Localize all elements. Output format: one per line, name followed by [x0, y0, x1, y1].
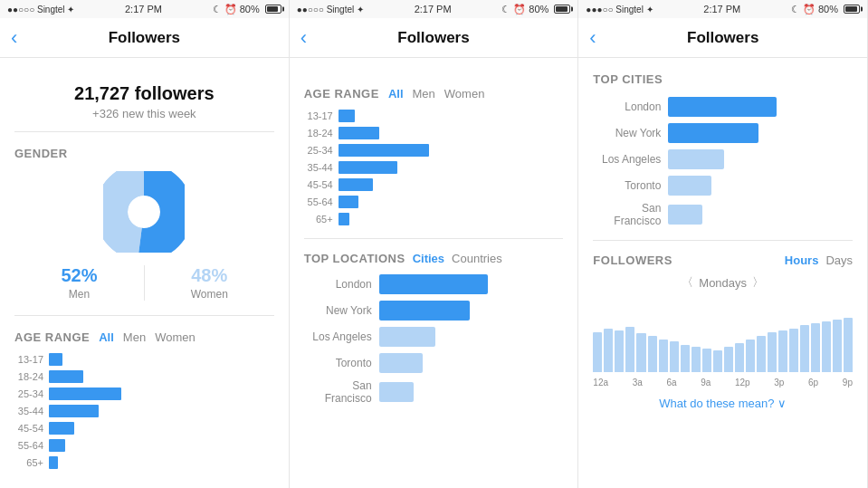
bar-fill — [339, 161, 397, 174]
city-bar-fill — [668, 97, 777, 117]
location-filter-row: TOP LOCATIONS Cities Countries — [304, 252, 564, 265]
status-bar-2: ●●○○○ Singtel ✦ 2:17 PM ☾ ⏰ 80% — [290, 0, 578, 18]
chart-bar — [648, 336, 657, 372]
cities-filter[interactable]: Cities — [413, 252, 444, 265]
battery-icon-2 — [554, 5, 570, 14]
panel-3: ●●●○○ Singtel ✦ 2:17 PM ☾ ⏰ 80% ‹ Follow… — [578, 0, 868, 488]
chart-bar — [822, 321, 831, 372]
days-filter[interactable]: Days — [825, 254, 853, 267]
men-pct: 52% — [14, 265, 144, 286]
bar-fill — [339, 110, 355, 122]
panel-2: ●●○○○ Singtel ✦ 2:17 PM ☾ ⏰ 80% ‹ Follow… — [290, 0, 579, 488]
age-filter-all-1[interactable]: All — [99, 330, 114, 344]
time-label: 3a — [633, 378, 643, 388]
bar-label: 35-44 — [14, 406, 43, 416]
chart-bar — [724, 347, 733, 372]
age-filter-row-1: AGE RANGE All Men Women — [14, 330, 274, 344]
chart-bar — [670, 341, 679, 372]
time-label: 6a — [666, 378, 676, 388]
chart-bar — [800, 325, 809, 372]
chart-bar — [636, 333, 645, 372]
bar-fill — [49, 405, 99, 417]
age-bar-row: 65+ — [304, 213, 564, 225]
age-bar-row: 25-34 — [304, 144, 564, 157]
chart-bar — [713, 350, 722, 372]
bar-fill — [339, 196, 358, 208]
time-labels: 12a3a6a9a12p3p6p9p — [593, 378, 853, 388]
bar-label: 45-54 — [304, 179, 333, 190]
status-bar-3: ●●●○○ Singtel ✦ 2:17 PM ☾ ⏰ 80% — [578, 0, 867, 18]
men-stat: 52% Men — [14, 265, 145, 301]
city-bar-fill — [668, 205, 702, 225]
followers-number: 21,727 followers — [14, 83, 274, 104]
hours-filter[interactable]: Hours — [785, 254, 819, 267]
bar-fill — [339, 213, 349, 225]
women-label: Women — [145, 288, 274, 301]
city-bar-fill — [668, 149, 724, 169]
age-bar-row: 18-24 — [14, 370, 274, 383]
followers-filter-row: FOLLOWERS Hours Days — [593, 254, 853, 267]
age-filter-all-2[interactable]: All — [388, 87, 404, 100]
carrier-2: ●●○○○ Singtel ✦ — [297, 5, 364, 14]
nav-header-3: ‹ Followers — [578, 18, 867, 58]
gender-stats: 52% Men 48% Women — [14, 265, 274, 301]
chart-bar — [692, 347, 701, 372]
location-bar-row: New York — [304, 301, 564, 321]
chart-bar — [625, 327, 634, 372]
age-bar-row: 55-64 — [304, 196, 564, 208]
city-name: Los Angeles — [593, 153, 661, 166]
bar-label: 45-54 — [14, 423, 43, 434]
next-day[interactable]: 〉 — [752, 274, 764, 291]
chart-bar — [615, 330, 624, 372]
chart-bar — [702, 349, 711, 372]
prev-day[interactable]: 〈 — [682, 274, 693, 291]
age-bar-row: 45-54 — [14, 422, 274, 435]
city-bar-row: New York — [593, 123, 853, 143]
chart-bar — [604, 329, 613, 372]
top-cities-section: TOP CITIES London New York Los Angeles T… — [593, 72, 853, 227]
bar-track — [339, 144, 564, 157]
nav-header-2: ‹ Followers — [290, 18, 578, 58]
bar-track — [49, 370, 274, 383]
age-bar-row: 18-24 — [304, 127, 564, 139]
location-name: Los Angeles — [304, 330, 372, 343]
location-name: London — [304, 278, 372, 291]
time-label: 3p — [774, 378, 784, 388]
battery-icon-1 — [265, 5, 281, 14]
panel-2-content: AGE RANGE All Men Women 13-17 18-24 25-3… — [290, 58, 578, 488]
location-bar-fill — [379, 301, 470, 321]
countries-filter[interactable]: Countries — [452, 252, 502, 265]
age-bar-row: 13-17 — [14, 353, 274, 366]
location-bar-row: Toronto — [304, 353, 564, 373]
age-filter-men-2[interactable]: Men — [413, 87, 435, 100]
location-bars: London New York Los Angeles Toronto San … — [304, 274, 564, 405]
women-pct: 48% — [145, 265, 274, 286]
age-range-label-1: AGE RANGE — [14, 330, 90, 344]
bar-label: 18-24 — [304, 128, 333, 139]
chart-bar — [844, 318, 853, 372]
age-bar-row: 13-17 — [304, 110, 564, 122]
bar-label: 35-44 — [304, 162, 333, 173]
back-button-3[interactable]: ‹ — [589, 26, 596, 50]
chart-bar — [659, 340, 668, 372]
what-link[interactable]: What do these mean? ∨ — [593, 397, 853, 410]
back-button-2[interactable]: ‹ — [300, 26, 307, 50]
time-3: 2:17 PM — [703, 4, 740, 14]
bar-label: 25-34 — [14, 388, 43, 399]
age-bars-1: 13-17 18-24 25-34 35-44 45-54 55-64 65+ — [14, 353, 274, 469]
bar-track — [49, 353, 274, 366]
bar-track — [49, 405, 274, 417]
age-filter-men-1[interactable]: Men — [123, 330, 146, 344]
age-filter-women-1[interactable]: Women — [155, 330, 196, 344]
city-name: San Francisco — [593, 202, 661, 227]
gender-pie-chart — [103, 171, 185, 253]
back-button-1[interactable]: ‹ — [11, 26, 17, 50]
chart-bar — [746, 340, 755, 372]
followers-chart — [593, 300, 853, 372]
bar-track — [49, 456, 274, 469]
followers-count-section: 21,727 followers +326 new this week — [14, 72, 274, 132]
age-bar-row: 45-54 — [304, 178, 564, 191]
age-bar-row: 25-34 — [14, 388, 274, 400]
age-filter-women-2[interactable]: Women — [444, 87, 485, 100]
age-bar-row: 55-64 — [14, 439, 274, 452]
